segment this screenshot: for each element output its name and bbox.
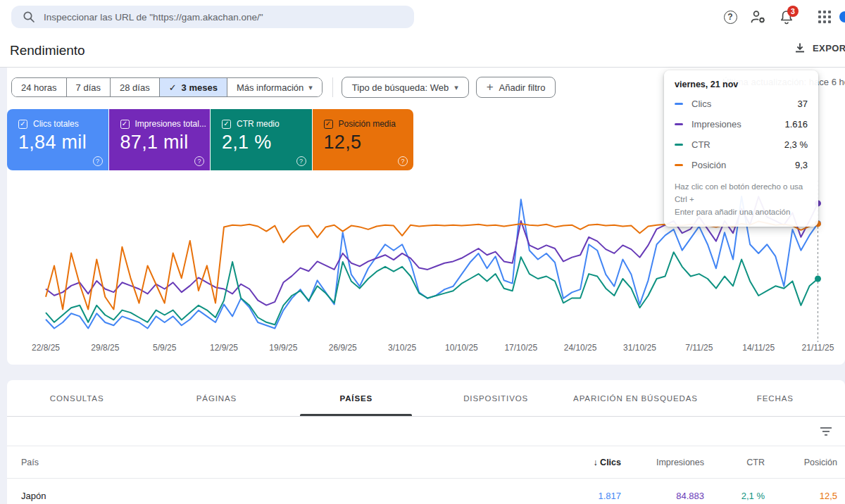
chart-tooltip: viernes, 21 nov Clics 37 Impresiones 1.6… xyxy=(664,70,818,227)
impresiones-cell: 84.883 xyxy=(676,490,704,500)
help-icon[interactable]: ? xyxy=(296,156,306,166)
date-range-group: 24 horas 7 días 28 días ✓ 3 meses Más in… xyxy=(11,77,323,97)
date-range-3m-selected[interactable]: ✓ 3 meses xyxy=(160,78,227,96)
date-range-7d[interactable]: 7 días xyxy=(67,78,111,96)
clics-cell: 1.817 xyxy=(598,490,621,500)
column-header-pais[interactable]: País xyxy=(21,458,39,467)
tab-paginas[interactable]: PÁGINAS xyxy=(146,380,286,416)
notifications-button[interactable]: 3 xyxy=(773,4,800,30)
average-position-card[interactable]: ✓ Posición media 12,5 ? xyxy=(313,109,414,170)
svg-text:29/8/25: 29/8/25 xyxy=(91,343,119,353)
search-placeholder: Inspeccionar las URL de "https://gam.aka… xyxy=(44,12,263,23)
card-label: Clics totales xyxy=(33,119,79,129)
svg-text:12/9/25: 12/9/25 xyxy=(210,343,238,353)
apps-grid-icon xyxy=(818,11,831,23)
svg-text:24/10/25: 24/10/25 xyxy=(564,343,597,353)
ctr-cell: 2,1 % xyxy=(741,490,765,500)
tooltip-row-clicks: Clics 37 xyxy=(675,94,808,114)
svg-text:17/10/25: 17/10/25 xyxy=(504,343,537,353)
tab-aparicion[interactable]: APARICIÓN EN BÚSQUEDAS xyxy=(565,380,705,416)
dimension-tabs: CONSULTAS PÁGINAS PAÍSES DISPOSITIVOS AP… xyxy=(7,380,845,417)
svg-text:5/9/25: 5/9/25 xyxy=(153,343,177,353)
svg-text:10/10/25: 10/10/25 xyxy=(445,343,478,353)
google-apps-button[interactable] xyxy=(811,4,838,30)
column-header-ctr[interactable]: CTR xyxy=(746,458,765,467)
date-range-24h[interactable]: 24 horas xyxy=(12,78,67,96)
chips-divider xyxy=(332,77,333,97)
card-label: Posición media xyxy=(339,119,396,129)
tab-fechas[interactable]: FECHAS xyxy=(706,380,845,416)
checkbox-icon[interactable]: ✓ xyxy=(222,120,231,129)
impressions-dash-icon xyxy=(675,123,683,125)
help-icon[interactable]: ? xyxy=(398,156,408,166)
card-value: 12,5 xyxy=(324,132,414,153)
svg-text:19/9/25: 19/9/25 xyxy=(269,343,297,353)
svg-text:7/11/25: 7/11/25 xyxy=(685,343,713,353)
tooltip-row-impressions: Impresiones 1.616 xyxy=(675,114,808,134)
add-filter-button[interactable]: + Añadir filtro xyxy=(476,77,556,98)
position-dash-icon xyxy=(675,164,683,166)
card-value: 1,84 mil xyxy=(18,132,108,153)
download-icon xyxy=(794,42,806,53)
date-range-28d[interactable]: 28 días xyxy=(111,78,160,96)
user-gear-icon xyxy=(750,9,767,25)
card-value: 2,1 % xyxy=(222,132,312,153)
url-inspection-search-input[interactable]: Inspeccionar las URL de "https://gam.aka… xyxy=(11,6,414,28)
page-title: Rendimiento xyxy=(10,43,85,58)
topbar: Inspeccionar las URL de "https://gam.aka… xyxy=(0,0,845,34)
ctr-dash-icon xyxy=(675,144,683,146)
column-header-clics[interactable]: ↓ Clics xyxy=(593,458,621,467)
column-header-impresiones[interactable]: Impresiones xyxy=(656,458,704,467)
total-impressions-card[interactable]: ✓ Impresiones total... 87,1 mil ? xyxy=(109,109,211,170)
help-icon: ? xyxy=(724,11,737,24)
metric-cards-row: ✓ Clics totales 1,84 mil ? ✓ Impresiones… xyxy=(7,109,413,170)
export-button[interactable]: EXPORTAR xyxy=(794,42,845,53)
filter-chips-row: 24 horas 7 días 28 días ✓ 3 meses Más in… xyxy=(11,77,563,98)
help-button[interactable]: ? xyxy=(717,4,744,30)
column-header-posicion[interactable]: Posición xyxy=(804,458,837,467)
tab-dispositivos[interactable]: DISPOSITIVOS xyxy=(426,380,565,416)
table-header-row: País ↓ Clics Impresiones CTR Posición xyxy=(7,446,845,479)
total-clicks-card[interactable]: ✓ Clics totales 1,84 mil ? xyxy=(7,109,108,170)
dimensions-table-card: CONSULTAS PÁGINAS PAÍSES DISPOSITIVOS AP… xyxy=(7,380,845,504)
filter-list-icon[interactable] xyxy=(820,426,832,437)
svg-text:14/11/25: 14/11/25 xyxy=(742,343,775,353)
user-settings-button[interactable] xyxy=(745,4,772,30)
card-value: 87,1 mil xyxy=(120,132,211,153)
page-header: Rendimiento EXPORTAR xyxy=(0,34,845,68)
notification-badge: 3 xyxy=(787,6,799,17)
average-ctr-card[interactable]: ✓ CTR medio 2,1 % ? xyxy=(211,109,312,170)
posicion-cell: 12,5 xyxy=(820,490,837,500)
tooltip-row-ctr: CTR 2,3 % xyxy=(675,134,808,155)
search-icon xyxy=(23,11,35,23)
help-icon[interactable]: ? xyxy=(194,156,204,166)
tooltip-row-position: Posición 9,3 xyxy=(675,155,808,175)
svg-text:3/10/25: 3/10/25 xyxy=(388,343,416,353)
help-icon[interactable]: ? xyxy=(93,156,103,166)
sort-arrow-icon: ↓ xyxy=(593,458,597,467)
tooltip-hint: Haz clic con el botón derecho o usa Ctrl… xyxy=(675,181,808,218)
more-info-dropdown[interactable]: Más información ▾ xyxy=(227,78,322,96)
tab-paises[interactable]: PAÍSES xyxy=(287,380,426,416)
tab-consultas[interactable]: CONSULTAS xyxy=(7,380,146,416)
table-toolbar xyxy=(7,417,845,446)
card-label: Impresiones total... xyxy=(135,119,206,129)
country-cell: Japón xyxy=(21,490,46,500)
export-label: EXPORTAR xyxy=(813,43,845,53)
search-type-dropdown[interactable]: Tipo de búsqueda: Web ▾ xyxy=(342,77,469,98)
checkbox-icon[interactable]: ✓ xyxy=(324,120,333,129)
svg-text:22/8/25: 22/8/25 xyxy=(32,343,60,353)
chevron-down-icon: ▾ xyxy=(308,83,313,92)
card-label: CTR medio xyxy=(237,119,280,129)
plus-icon: + xyxy=(487,80,494,94)
checkbox-icon[interactable]: ✓ xyxy=(18,120,27,129)
tooltip-date: viernes, 21 nov xyxy=(675,80,808,89)
check-icon: ✓ xyxy=(169,82,177,93)
svg-text:21/11/25: 21/11/25 xyxy=(802,343,834,353)
table-row[interactable]: Japón 1.817 84.883 2,1 % 12,5 xyxy=(7,479,845,504)
chevron-down-icon: ▾ xyxy=(454,83,458,92)
checkbox-icon[interactable]: ✓ xyxy=(120,120,130,129)
svg-text:26/9/25: 26/9/25 xyxy=(329,343,357,353)
clicks-dash-icon xyxy=(675,103,683,105)
svg-text:31/10/25: 31/10/25 xyxy=(623,343,656,353)
